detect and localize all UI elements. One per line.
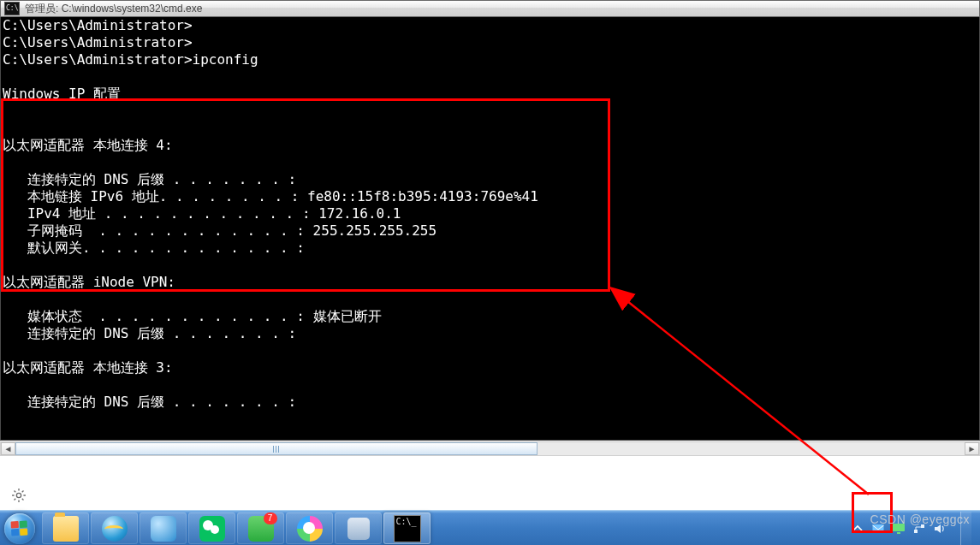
windows-logo-icon: [11, 520, 29, 536]
scroll-right-arrow-icon[interactable]: ►: [965, 442, 979, 455]
browser-icon: [297, 516, 323, 542]
svg-rect-1: [873, 524, 884, 532]
scroll-thumb[interactable]: [15, 442, 538, 455]
security-badge: 7: [264, 512, 277, 524]
taskbar-browser[interactable]: [286, 512, 333, 544]
tray-arrow-icon[interactable]: [851, 522, 864, 536]
term-line: C:\Users\Administrator>ipconfig: [3, 51, 258, 68]
horizontal-scrollbar[interactable]: ◄ ►: [0, 441, 980, 456]
svg-rect-4: [914, 530, 918, 533]
svg-rect-2: [893, 524, 905, 531]
cmd-icon: [394, 515, 421, 542]
tray-monitor-icon[interactable]: [892, 522, 906, 536]
term-line: 连接特定的 DNS 后缀 . . . . . . . :: [3, 171, 296, 187]
shield-icon: 7: [248, 516, 274, 542]
taskbar-explorer[interactable]: [42, 512, 89, 544]
scroll-track[interactable]: [15, 442, 965, 455]
tray-volume-icon[interactable]: [933, 522, 947, 536]
taskbar-security-app[interactable]: 7: [237, 512, 284, 544]
cmd-title-text: 管理员: C:\windows\system32\cmd.exe: [25, 2, 202, 16]
svg-point-0: [16, 493, 21, 497]
term-line: 以太网适配器 本地连接 4:: [3, 137, 173, 153]
term-line: 本地链接 IPv6 地址. . . . . . . . : fe80::15f8…: [3, 188, 538, 204]
show-desktop-button[interactable]: [960, 512, 971, 546]
start-button[interactable]: [3, 512, 37, 546]
app-icon: [347, 518, 370, 540]
taskbar-wechat[interactable]: [188, 512, 235, 544]
taskbar-app-generic[interactable]: [335, 512, 382, 544]
page-background: [0, 456, 980, 510]
term-line: 默认网关. . . . . . . . . . . . . :: [3, 240, 305, 256]
taskbar-cmd[interactable]: [383, 512, 431, 544]
cmd-icon: C:\: [4, 2, 20, 15]
term-line: 媒体状态 . . . . . . . . . . . . : 媒体已断开: [3, 308, 382, 324]
term-line: Windows IP 配置: [3, 86, 121, 102]
term-line: IPv4 地址 . . . . . . . . . . . . : 172.16…: [3, 205, 401, 222]
folder-icon: [53, 516, 79, 542]
cmd-window: C:\ 管理员: C:\windows\system32\cmd.exe C:\…: [0, 0, 980, 441]
wechat-icon: [199, 516, 225, 542]
taskbar: 7: [0, 510, 980, 545]
system-tray: [851, 512, 980, 546]
tool-icon: [151, 516, 176, 542]
term-line: 以太网适配器 iNode VPN:: [3, 274, 175, 290]
cmd-titlebar[interactable]: C:\ 管理员: C:\windows\system32\cmd.exe: [0, 0, 980, 17]
cmd-terminal-output[interactable]: C:\Users\Administrator> C:\Users\Adminis…: [0, 17, 980, 441]
term-line: C:\Users\Administrator>: [3, 17, 193, 33]
gear-icon[interactable]: [10, 487, 27, 504]
term-line: C:\Users\Administrator>: [3, 34, 193, 50]
term-line: 连接特定的 DNS 后缀 . . . . . . . :: [3, 325, 296, 341]
term-line: 子网掩码 . . . . . . . . . . . . : 255.255.2…: [3, 222, 437, 239]
scroll-left-arrow-icon[interactable]: ◄: [1, 442, 15, 455]
tray-message-icon[interactable]: [871, 522, 885, 536]
tray-network-icon[interactable]: [912, 522, 926, 536]
ie-icon: [102, 516, 128, 542]
taskbar-internet-explorer[interactable]: [91, 512, 138, 544]
taskbar-app-blue[interactable]: [140, 512, 187, 544]
term-line: 以太网适配器 本地连接 3:: [3, 359, 173, 376]
term-line: 连接特定的 DNS 后缀 . . . . . . . :: [3, 394, 296, 410]
svg-rect-3: [897, 532, 900, 534]
